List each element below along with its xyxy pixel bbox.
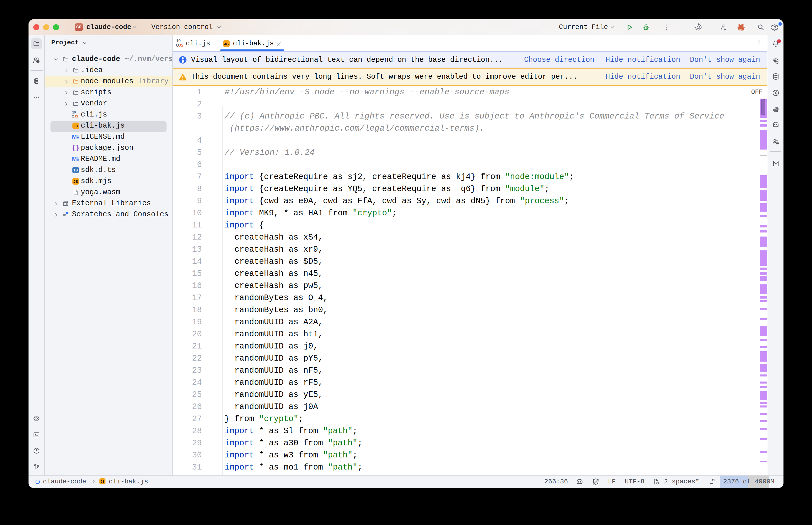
- svg-text:?: ?: [37, 60, 39, 63]
